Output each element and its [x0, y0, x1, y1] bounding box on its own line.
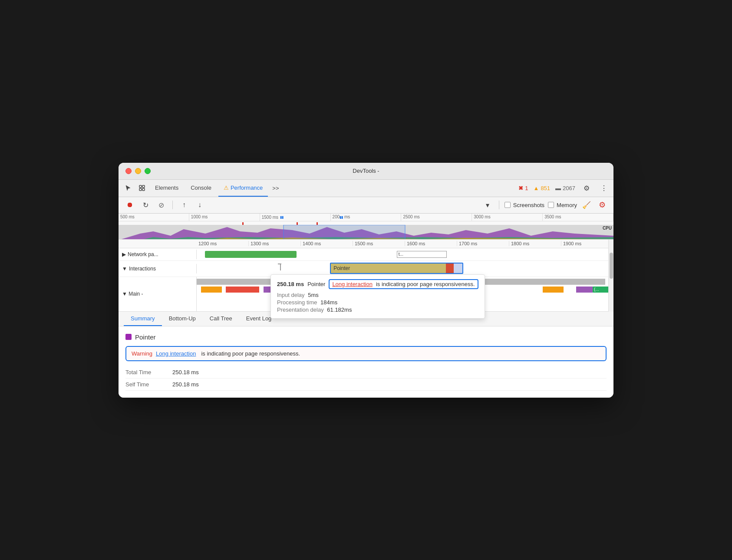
memory-checkbox[interactable] — [548, 202, 554, 208]
flame-yellow-4 — [543, 287, 564, 293]
tab-console[interactable]: Console — [185, 179, 217, 197]
download-button[interactable]: ↓ — [194, 199, 206, 211]
interaction-tick-h — [278, 264, 281, 264]
screenshots-checkbox[interactable] — [504, 202, 511, 208]
flame-purple-3 — [576, 287, 593, 293]
interaction-bar-red — [446, 264, 454, 273]
maximize-button[interactable] — [145, 168, 151, 174]
svg-rect-1 — [142, 185, 145, 188]
interactions-track-label: ▼ Interactions — [119, 264, 197, 273]
tab-bar-left: Elements Console ⚠ Performance >> — [122, 179, 282, 197]
svg-rect-5 — [284, 225, 405, 240]
tab-bar-right: ✖ 1 ▲ 851 ▬ 2067 ⚙ ⋮ — [518, 182, 610, 194]
separator — [172, 201, 173, 209]
tab-call-tree[interactable]: Call Tree — [203, 312, 239, 326]
dtick-1900: 1900 ms — [561, 241, 613, 246]
main-timeline: 1200 ms 1300 ms 1400 ms 1500 ms 1600 ms … — [119, 240, 613, 312]
tab-summary[interactable]: Summary — [124, 312, 162, 326]
pointer-color-dot — [125, 334, 132, 340]
window-title: DevTools - — [353, 168, 379, 174]
clear-button[interactable]: 🧹 — [580, 199, 593, 211]
warning-count: ▲ 851 — [534, 185, 551, 191]
stop-button[interactable]: ⊘ — [155, 199, 167, 211]
error-icon: ✖ — [518, 185, 523, 191]
warning-box: Warning Long interaction is indicating p… — [125, 346, 607, 361]
tick-500: 500 ms — [119, 214, 189, 221]
scrollbar[interactable] — [608, 240, 613, 312]
network-track: ▶ Network pa... t... — [119, 248, 613, 261]
dtick-1700: 1700 ms — [457, 241, 509, 246]
interaction-tick-marker — [280, 264, 281, 270]
dtick-1400: 1400 ms — [301, 241, 353, 246]
dtick-1800: 1800 ms — [509, 241, 561, 246]
svg-rect-3 — [142, 188, 145, 191]
flame-yellow-1 — [201, 287, 222, 293]
dtick-1500: 1500 ms — [353, 241, 405, 246]
tooltip: 250.18 ms Pointer Long interaction is in… — [270, 274, 485, 277]
cpu-chart: CPU — [119, 225, 613, 240]
inspect-icon[interactable] — [136, 182, 148, 194]
summary-panel: Pointer Warning Long interaction is indi… — [119, 326, 613, 398]
dtick-1200: 1200 ms — [197, 241, 249, 246]
performance-toolbar: ⏺ ↻ ⊘ ↑ ↓ ▾ Screenshots Memory 🧹 ⚙ — [119, 197, 613, 214]
screenshots-option[interactable]: Screenshots — [504, 202, 544, 208]
tick-1000: 1000 ms — [189, 214, 260, 221]
pointer-interaction-bar[interactable]: Pointer — [330, 263, 463, 274]
svg-rect-0 — [139, 185, 142, 188]
tab-bottom-up[interactable]: Bottom-Up — [162, 312, 203, 326]
svg-rect-2 — [139, 188, 142, 191]
collapse-icon[interactable]: ▼ — [122, 266, 127, 272]
kebab-menu-icon[interactable]: ⋮ — [598, 182, 610, 194]
timeline-overview[interactable]: 500 ms 1000 ms 1500 ms ▮▮ 200▮▮ ms 2500 … — [119, 214, 613, 240]
main-track-label: ▼ Main - — [119, 277, 197, 311]
flame-gray-4 — [480, 279, 605, 285]
cpu-label: CPU — [603, 226, 612, 231]
devtools-window: DevTools - Elements Console — [119, 163, 613, 398]
tick-2500: 2500 ms — [401, 214, 472, 221]
total-time-row: Total Time 250.18 ms — [125, 366, 607, 379]
tab-bar: Elements Console ⚠ Performance >> ✖ 1 ▲ … — [119, 180, 613, 197]
perf-settings-button[interactable]: ⚙ — [596, 199, 608, 211]
network-item-t: t... — [397, 251, 447, 258]
close-button[interactable] — [125, 168, 132, 174]
dropdown-button[interactable]: ▾ — [481, 199, 494, 211]
self-time-row: Self Time 250.18 ms — [125, 379, 607, 391]
timeline-detail[interactable]: 1200 ms 1300 ms 1400 ms 1500 ms 1600 ms … — [119, 240, 613, 277]
info-icon: ▬ — [555, 185, 561, 191]
error-count: ✖ 1 — [518, 185, 528, 191]
traffic-lights — [125, 168, 151, 174]
expand-icon[interactable]: ▶ — [122, 251, 126, 257]
tick-3000: 3000 ms — [472, 214, 543, 221]
more-tabs-button[interactable]: >> — [270, 183, 281, 193]
memory-option[interactable]: Memory — [548, 202, 577, 208]
tick-2000: 200▮▮ ms — [331, 214, 402, 221]
dtick-1300: 1300 ms — [249, 241, 301, 246]
settings-icon[interactable]: ⚙ — [580, 182, 593, 194]
title-bar: DevTools - — [119, 163, 613, 180]
record-button[interactable]: ⏺ — [124, 199, 136, 211]
interaction-bar-blue — [454, 264, 462, 273]
info-count: ▬ 2067 — [555, 185, 575, 191]
reload-record-button[interactable]: ↻ — [139, 199, 152, 211]
cursor-icon[interactable] — [122, 182, 134, 194]
cpu-chart-svg — [119, 225, 613, 240]
flame-red-1 — [226, 287, 259, 293]
upload-button[interactable]: ↑ — [178, 199, 190, 211]
tab-elements[interactable]: Elements — [150, 179, 184, 197]
minimize-button[interactable] — [135, 168, 141, 174]
scrollbar-thumb[interactable] — [610, 253, 613, 279]
warning-icon: ▲ — [534, 185, 539, 191]
tick-3500: 3500 ms — [543, 214, 613, 221]
detail-ruler: 1200 ms 1300 ms 1400 ms 1500 ms 1600 ms … — [119, 240, 613, 248]
tick-1500: 1500 ms ▮▮ — [260, 214, 331, 221]
dtick-1600: 1600 ms — [405, 241, 457, 246]
network-bar-1 — [205, 251, 297, 258]
network-track-content: t... — [197, 248, 613, 260]
separator2 — [499, 201, 499, 209]
overview-ruler: 500 ms 1000 ms 1500 ms ▮▮ 200▮▮ ms 2500 … — [119, 214, 613, 221]
tab-performance[interactable]: ⚠ Performance — [218, 179, 268, 197]
network-track-label: ▶ Network pa... — [119, 250, 197, 259]
summary-title: Pointer — [125, 333, 607, 341]
warning-triangle-icon: ⚠ — [224, 184, 229, 191]
